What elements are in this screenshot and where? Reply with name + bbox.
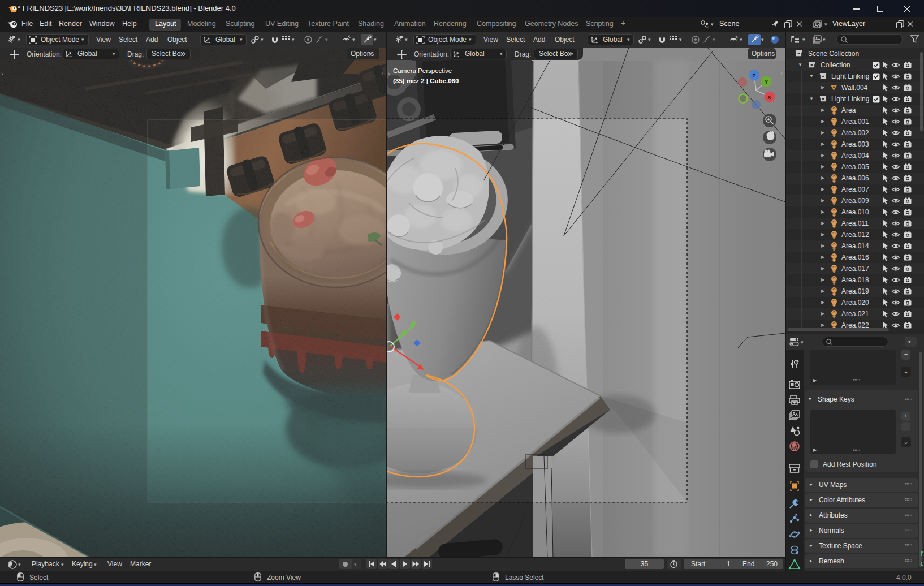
svg-text:›: › (1, 70, 3, 77)
svg-text:Z: Z (753, 73, 756, 79)
svg-text:Camera Perspective: Camera Perspective (393, 67, 452, 74)
svg-text:Y: Y (765, 79, 768, 85)
svg-text:‹: ‹ (381, 70, 383, 77)
svg-text:(35) mez 2 | Cube.060: (35) mez 2 | Cube.060 (393, 77, 459, 84)
svg-text:X: X (768, 94, 771, 100)
svg-text:‹: ‹ (780, 70, 783, 77)
svg-text:›: › (388, 70, 390, 77)
